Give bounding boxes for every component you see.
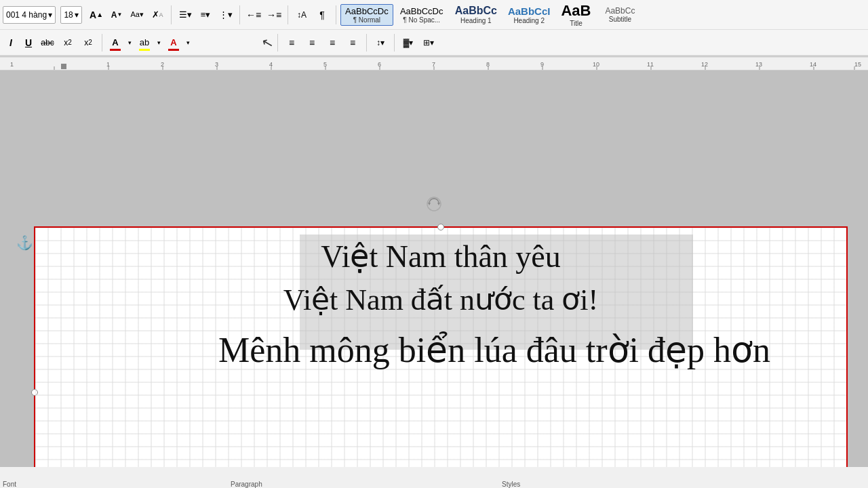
- font-size-dropdown[interactable]: 18 ▾: [60, 6, 81, 24]
- separator4: [336, 5, 336, 24]
- no-spacing-preview: AaBbCcDc: [400, 6, 443, 16]
- clear-format-button[interactable]: ✗A: [148, 5, 167, 24]
- text-line-1-content: Việt Nam thân yêu: [321, 239, 561, 274]
- svg-text:14: 14: [810, 61, 816, 68]
- heading2-style-btn[interactable]: AaBbCcI Heading 2: [503, 3, 555, 26]
- align-center-button[interactable]: ≡: [302, 33, 321, 52]
- normal-style-btn[interactable]: AaBbCcDc ¶ Normal: [340, 4, 393, 26]
- font-color-group: A ▾: [106, 33, 134, 52]
- change-case-button[interactable]: Aa▾: [127, 5, 146, 24]
- show-marks-button[interactable]: ¶: [313, 5, 332, 24]
- normal-preview: AaBbCcDc: [345, 6, 389, 16]
- numbered-list-button[interactable]: ≡▾: [196, 5, 215, 24]
- decrease-indent-button[interactable]: ←≡: [244, 5, 263, 24]
- separator2: [239, 5, 240, 24]
- multilevel-list-button[interactable]: ⋮▾: [216, 5, 235, 24]
- heading2-label: Heading 2: [513, 17, 545, 24]
- borders-button[interactable]: ⊞▾: [419, 33, 438, 52]
- font-section-label: Font: [3, 481, 16, 488]
- separator1: [171, 5, 172, 24]
- styles-section-label: Styles: [502, 481, 520, 488]
- strikethrough-button[interactable]: abc: [38, 33, 57, 52]
- bullet-list-button[interactable]: ☰▾: [176, 5, 195, 24]
- svg-text:12: 12: [701, 61, 708, 68]
- align-right-button[interactable]: ≡: [323, 33, 342, 52]
- font-color-dropdown-button[interactable]: ▾: [125, 33, 134, 52]
- font-color-button[interactable]: A: [106, 34, 124, 52]
- svg-text:10: 10: [593, 61, 599, 68]
- text-line-3-content: Mênh mông biển lúa đâu trời đẹp hơn: [218, 331, 770, 369]
- document-area: ⚓ Việt Nam thân yêu Việt Nam đất nước ta…: [0, 70, 868, 467]
- increase-indent-button[interactable]: →≡: [264, 5, 283, 24]
- font-name-dropdown[interactable]: 001 4 hàng ▾: [3, 6, 56, 24]
- no-spacing-style-btn[interactable]: AaBbCcDc ¶ No Spac...: [395, 4, 449, 26]
- font-size-chevron: ▾: [75, 10, 79, 20]
- text-line-3[interactable]: Mênh mông biển lúa đâu trời đẹp hơn: [35, 329, 846, 370]
- italic-button[interactable]: I: [3, 33, 19, 52]
- font-grow-button[interactable]: A▲: [87, 5, 106, 24]
- anchor-icon: ⚓: [16, 235, 33, 251]
- subtitle-style-btn[interactable]: AaBbCc Subtitle: [597, 4, 643, 25]
- font-name-value: 001 4 hàng: [6, 10, 47, 20]
- text-line-1[interactable]: Việt Nam thân yêu: [35, 238, 846, 274]
- heading2-preview: AaBbCcI: [508, 5, 551, 17]
- svg-text:1: 1: [10, 61, 14, 68]
- heading1-style-btn[interactable]: AaBbCc Heading 1: [450, 3, 502, 26]
- rotate-handle[interactable]: [426, 196, 442, 212]
- svg-marker-37: [428, 203, 431, 205]
- separator5: [102, 34, 102, 52]
- toolbar-row2: I U abc x2 x2 A ▾ ab ▾ A: [0, 30, 868, 56]
- cursor-indicator: ↖: [260, 33, 275, 52]
- highlight-dropdown-button[interactable]: ▾: [154, 33, 163, 52]
- text-box[interactable]: ⚓ Việt Nam thân yêu Việt Nam đất nước ta…: [34, 226, 848, 467]
- font-name-chevron: ▾: [48, 10, 52, 20]
- font-shrink-button[interactable]: A▼: [107, 5, 126, 24]
- toolbar: 001 4 hàng ▾ 18 ▾ A▲ A▼ Aa▾ ✗A ☰▾ ≡▾ ⋮▾ …: [0, 0, 868, 57]
- ruler-svg: 1 1 2 3 4 5 6 7 8 9 10 11 12 13 14 15: [0, 57, 868, 70]
- svg-text:11: 11: [647, 61, 654, 68]
- svg-marker-38: [437, 203, 440, 205]
- line-spacing-button[interactable]: ↕▾: [371, 33, 390, 52]
- text-line-2[interactable]: Việt Nam đất nước ta ơi!: [35, 282, 846, 317]
- no-spacing-label: ¶ No Spac...: [403, 16, 440, 24]
- subtitle-preview: AaBbCc: [605, 6, 635, 16]
- subtitle-label: Subtitle: [609, 16, 631, 23]
- paragraph-section-label: Paragraph: [231, 481, 262, 488]
- font-color2-button[interactable]: A: [165, 34, 182, 52]
- svg-rect-3: [61, 64, 66, 69]
- highlight-button[interactable]: ab: [136, 34, 153, 52]
- font-color-indicator: [110, 49, 121, 51]
- highlight-color-indicator: [139, 49, 150, 51]
- separator7: [366, 34, 367, 52]
- font-color2-indicator: [168, 49, 179, 51]
- separator3: [288, 5, 288, 24]
- sort-button[interactable]: ↕A: [292, 5, 311, 24]
- normal-label: ¶ Normal: [353, 16, 380, 24]
- align-justify-button[interactable]: ≡: [343, 33, 362, 52]
- text-box-grid: Việt Nam thân yêu Việt Nam đất nước ta ơ…: [35, 228, 846, 467]
- font-color2-group: A ▾: [165, 33, 193, 52]
- shading-button[interactable]: ▓▾: [399, 33, 418, 52]
- ruler: 1 1 2 3 4 5 6 7 8 9 10 11 12 13 14 15: [0, 57, 868, 70]
- separator8: [394, 34, 395, 52]
- superscript-button[interactable]: x2: [79, 33, 98, 52]
- title-style-btn[interactable]: AaB Title: [556, 0, 595, 29]
- text-line-2-content: Việt Nam đất nước ta ơi!: [283, 283, 599, 317]
- title-preview: AaB: [561, 2, 591, 20]
- svg-text:13: 13: [755, 61, 762, 68]
- separator6: [277, 34, 278, 52]
- align-left-button[interactable]: ≡: [282, 33, 301, 52]
- subscript-button[interactable]: x2: [58, 33, 77, 52]
- font-color2-dropdown-button[interactable]: ▾: [183, 33, 193, 52]
- heading1-preview: AaBbCc: [455, 5, 497, 17]
- font-size-value: 18: [64, 10, 73, 20]
- heading1-label: Heading 1: [460, 17, 492, 24]
- title-label: Title: [570, 20, 583, 27]
- svg-text:15: 15: [854, 61, 861, 68]
- toolbar-row1: 001 4 hàng ▾ 18 ▾ A▲ A▼ Aa▾ ✗A ☰▾ ≡▾ ⋮▾ …: [0, 0, 868, 30]
- underline-button[interactable]: U: [20, 33, 37, 52]
- highlight-color-group: ab ▾: [136, 33, 163, 52]
